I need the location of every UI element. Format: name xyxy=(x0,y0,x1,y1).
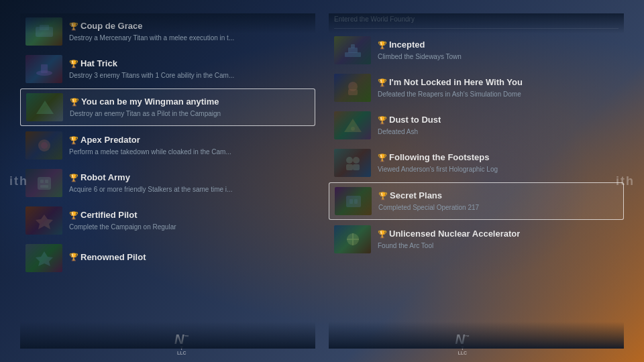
achievement-thumb-secret-plans xyxy=(335,187,372,215)
achievement-info-renowned-pilot: 🏆 Renowned Pilot xyxy=(69,252,310,265)
svg-rect-24 xyxy=(350,199,353,204)
achievement-thumb-certified-pilot xyxy=(25,206,62,235)
logo-right: N™ T LLC xyxy=(455,333,470,355)
svg-point-20 xyxy=(353,157,360,164)
achievement-desc: Destroy a Mercenary Titan with a melee e… xyxy=(69,34,310,42)
achievement-thumb-coup-de-grace xyxy=(25,17,62,46)
trophy-icon: 🏆 xyxy=(69,136,78,145)
achievement-thumb-dust-to-dust xyxy=(334,111,371,139)
achievement-title: Unlicensed Nuclear Accelerator xyxy=(389,229,520,240)
achievement-item-dust-to-dust[interactable]: 🏆 Dust to Dust Defeated Ash xyxy=(329,107,624,143)
separator-top xyxy=(334,28,619,29)
trophy-icon: 🏆 xyxy=(69,60,78,68)
achievement-desc: Defeated the Reapers in Ash's Simulation… xyxy=(378,90,619,99)
achievement-info-certified-pilot: 🏆 Certified Pilot Complete the Campaign … xyxy=(69,210,310,231)
achievement-item-robot-army[interactable]: 🏆 Robot Army Acquire 6 or more friendly … xyxy=(20,165,315,201)
achievement-item-certified-pilot[interactable]: 🏆 Certified Pilot Complete the Campaign … xyxy=(20,202,315,239)
achievement-item-following-footsteps[interactable]: 🏆 Following the Footsteps Viewed Anderso… xyxy=(329,145,624,181)
svg-rect-21 xyxy=(346,164,353,170)
achievement-title: Dust to Dust xyxy=(389,115,441,126)
achievement-thumb-unlicensed-nuclear xyxy=(334,225,371,253)
achievement-item-not-locked[interactable]: 🏆 I'm Not Locked in Here With You Defeat… xyxy=(329,70,624,106)
logo-left-line1: T xyxy=(174,346,189,351)
svg-rect-14 xyxy=(351,44,355,48)
left-panel: 🏆 Coup de Grace Destroy a Mercenary Tita… xyxy=(20,13,315,349)
svg-point-6 xyxy=(41,142,48,149)
trophy-icon: 🏆 xyxy=(69,253,78,261)
achievement-title: Renowned Pilot xyxy=(80,252,146,263)
achievement-desc: Destroy 3 enemy Titans with 1 Core abili… xyxy=(69,71,310,80)
svg-rect-3 xyxy=(41,64,48,73)
logo-left: N™ T LLC xyxy=(174,333,189,355)
achievement-item-secret-plans[interactable]: 🏆 Secret Plans Completed Special Operati… xyxy=(329,182,624,220)
achievement-desc: Acquire 6 or more friendly Stalkers at t… xyxy=(69,185,310,194)
right-panel-header: Entered the World Foundry xyxy=(329,13,624,25)
achievement-title: Apex Predator xyxy=(80,135,140,146)
achievement-desc: Complete the Campaign on Regular xyxy=(69,223,310,231)
achievement-thumb-renowned-pilot xyxy=(25,244,62,272)
achievement-item-wingman[interactable]: 🏆 You can be my Wingman anytime Destroy … xyxy=(20,88,315,126)
svg-rect-13 xyxy=(348,48,358,53)
achievement-info-coup-de-grace: 🏆 Coup de Grace Destroy a Mercenary Tita… xyxy=(69,21,310,42)
achievement-title: Robot Army xyxy=(80,172,130,184)
achievement-title: You can be my Wingman anytime xyxy=(81,97,219,108)
achievement-info-unlicensed-nuclear: 🏆 Unlicensed Nuclear Accelerator Found t… xyxy=(378,229,619,250)
logo-right-line2: LLC xyxy=(455,351,470,355)
achievement-info-incepted: 🏆 Incepted Climbed the Sideways Town xyxy=(378,40,619,61)
achievement-item-unlicensed-nuclear[interactable]: 🏆 Unlicensed Nuclear Accelerator Found t… xyxy=(329,221,624,257)
achievement-title: Following the Footsteps xyxy=(389,152,490,164)
achievement-desc: Found the Arc Tool xyxy=(378,241,619,250)
svg-point-18 xyxy=(351,127,355,131)
logo-right-line1: T xyxy=(455,346,470,351)
logo-right-symbol: N™ xyxy=(455,333,470,346)
achievement-info-robot-army: 🏆 Robot Army Acquire 6 or more friendly … xyxy=(69,172,310,194)
trophy-icon: 🏆 xyxy=(378,116,387,125)
achievement-desc: Viewed Anderson's first Holographic Log xyxy=(378,165,619,174)
achievement-item-incepted[interactable]: 🏆 Incepted Climbed the Sideways Town xyxy=(329,32,624,68)
achievement-thumb-wingman xyxy=(26,93,63,121)
svg-rect-12 xyxy=(345,52,361,57)
achievement-title: Coup de Grace xyxy=(80,21,142,32)
achievement-desc: Destroy an enemy Titan as a Pilot in the… xyxy=(70,109,309,118)
svg-rect-8 xyxy=(40,180,44,183)
achievement-title: Incepted xyxy=(389,40,425,51)
svg-rect-16 xyxy=(348,89,358,95)
achievement-info-hat-trick: 🏆 Hat Trick Destroy 3 enemy Titans with … xyxy=(69,58,310,80)
svg-rect-22 xyxy=(353,164,360,170)
achievement-thumb-incepted xyxy=(334,36,371,64)
achievement-info-dust-to-dust: 🏆 Dust to Dust Defeated Ash xyxy=(378,115,619,136)
trophy-icon: 🏆 xyxy=(378,78,387,87)
achievement-thumb-following-footsteps xyxy=(334,149,371,177)
achievement-title: Certified Pilot xyxy=(80,210,138,221)
panels-container: 🏆 Coup de Grace Destroy a Mercenary Tita… xyxy=(0,0,644,362)
achievement-desc: Climbed the Sideways Town xyxy=(378,52,619,61)
right-panel-label: ith xyxy=(616,174,635,188)
trophy-icon: 🏆 xyxy=(70,98,79,107)
achievement-info-secret-plans: 🏆 Secret Plans Completed Special Operati… xyxy=(378,190,618,212)
achievement-title: Secret Plans xyxy=(390,190,442,202)
achievement-desc: Defeated Ash xyxy=(378,127,619,136)
achievement-info-apex-predator: 🏆 Apex Predator Perform a melee takedown… xyxy=(69,135,310,156)
achievement-title: Hat Trick xyxy=(80,58,117,70)
svg-rect-1 xyxy=(40,25,49,30)
achievement-item-apex-predator[interactable]: 🏆 Apex Predator Perform a melee takedown… xyxy=(20,127,315,164)
achievement-item-hat-trick[interactable]: 🏆 Hat Trick Destroy 3 enemy Titans with … xyxy=(20,51,315,87)
achievement-thumb-apex-predator xyxy=(25,131,62,160)
achievement-desc: Completed Special Operation 217 xyxy=(378,203,618,212)
achievement-info-not-locked: 🏆 I'm Not Locked in Here With You Defeat… xyxy=(378,77,619,99)
achievement-desc: Perform a melee takedown while cloaked i… xyxy=(69,147,310,156)
achievement-info-wingman: 🏆 You can be my Wingman anytime Destroy … xyxy=(70,97,309,118)
logo-right-tm: ™ xyxy=(465,335,470,339)
achievement-item-renowned-pilot[interactable]: 🏆 Renowned Pilot xyxy=(20,240,315,276)
svg-marker-4 xyxy=(36,101,54,114)
right-panel: Entered the World Foundry 🏆 Incepted Cli… xyxy=(329,13,624,349)
svg-rect-25 xyxy=(354,199,358,204)
trophy-icon: 🏆 xyxy=(378,154,387,162)
trophy-icon: 🏆 xyxy=(69,211,78,220)
svg-rect-7 xyxy=(38,177,51,190)
achievement-item-coup-de-grace[interactable]: 🏆 Coup de Grace Destroy a Mercenary Tita… xyxy=(20,13,315,50)
achievement-title: I'm Not Locked in Here With You xyxy=(389,77,523,88)
svg-point-19 xyxy=(346,157,353,164)
trophy-icon: 🏆 xyxy=(378,230,387,239)
trophy-icon: 🏆 xyxy=(378,192,388,200)
